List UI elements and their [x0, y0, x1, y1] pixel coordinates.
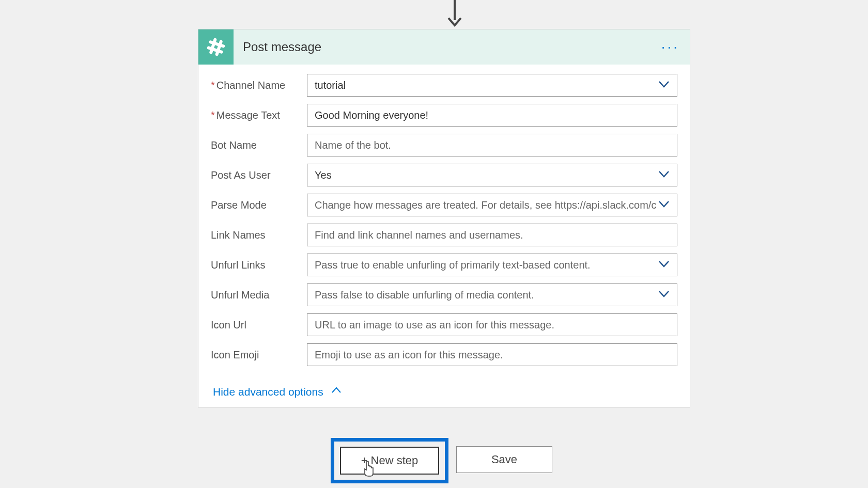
chevron-down-icon [657, 197, 671, 213]
post-as-user-select[interactable]: Yes [307, 164, 677, 186]
channel-name-select[interactable]: tutorial [307, 74, 677, 97]
bot-name-input[interactable]: Name of the bot. [307, 134, 677, 156]
message-text-input[interactable]: Good Morning everyone! [307, 104, 677, 127]
link-names-label: Link Names [211, 229, 307, 241]
parse-mode-select[interactable]: Change how messages are treated. For det… [307, 194, 677, 216]
card-header[interactable]: Post message ··· [198, 29, 690, 65]
new-step-button[interactable]: + New step [340, 447, 439, 475]
post-as-user-label: Post As User [211, 169, 307, 181]
slack-connector-icon [198, 29, 234, 65]
icon-url-label: Icon Url [211, 319, 307, 331]
unfurl-media-label: Unfurl Media [211, 289, 307, 301]
svg-rect-3 [209, 38, 217, 54]
bot-name-label: Bot Name [211, 139, 307, 151]
chevron-up-icon [331, 385, 342, 399]
icon-url-input[interactable]: URL to an image to use as an icon for th… [307, 313, 677, 336]
more-menu-icon[interactable]: ··· [661, 39, 679, 55]
unfurl-media-select[interactable]: Pass false to disable unfurling of media… [307, 284, 677, 306]
flow-arrow-down-icon [439, 0, 470, 29]
save-button[interactable]: Save [456, 446, 552, 473]
unfurl-links-label: Unfurl Links [211, 259, 307, 271]
message-text-label: *Message Text [211, 109, 307, 121]
card-title: Post message [243, 40, 321, 54]
tutorial-highlight: + New step [331, 438, 448, 483]
unfurl-links-select[interactable]: Pass true to enable unfurling of primari… [307, 254, 677, 276]
parse-mode-label: Parse Mode [211, 199, 307, 211]
post-message-card: Post message ··· *Channel Name tutorial … [198, 29, 690, 407]
chevron-down-icon [657, 167, 671, 183]
chevron-down-icon [657, 287, 671, 303]
svg-rect-4 [215, 40, 223, 56]
channel-name-label: *Channel Name [211, 80, 307, 91]
icon-emoji-label: Icon Emoji [211, 349, 307, 361]
card-body: *Channel Name tutorial *Message Text Goo… [198, 65, 690, 407]
link-names-input[interactable]: Find and link channel names and username… [307, 224, 677, 246]
svg-rect-2 [207, 46, 223, 54]
hide-advanced-options-toggle[interactable]: Hide advanced options [213, 385, 342, 399]
chevron-down-icon [657, 77, 671, 93]
svg-rect-1 [209, 40, 225, 48]
chevron-down-icon [657, 257, 671, 273]
icon-emoji-input[interactable]: Emoji to use as an icon for this message… [307, 343, 677, 366]
cursor-pointer-icon [362, 461, 376, 480]
